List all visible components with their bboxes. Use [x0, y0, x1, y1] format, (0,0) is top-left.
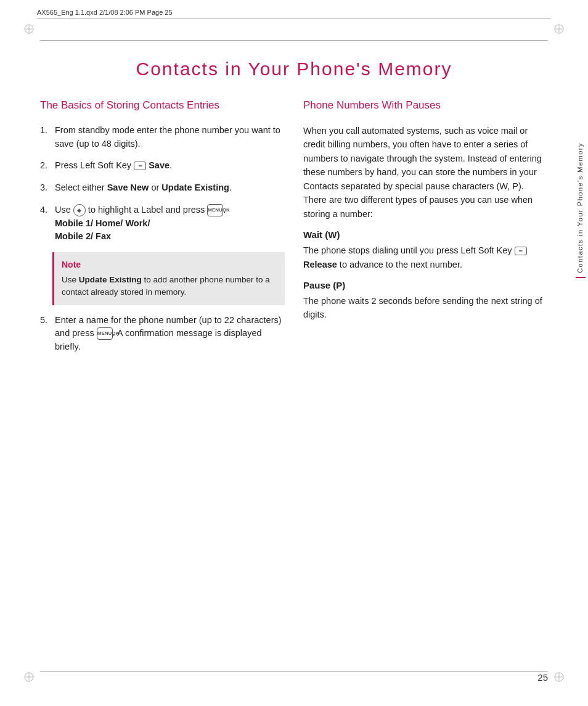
pause-text: The phone waits 2 seconds before sending… [303, 294, 548, 322]
reg-mark-tr [553, 23, 565, 35]
right-section-heading: Phone Numbers With Pauses [303, 98, 548, 113]
list-item: 1. From standby mode enter the phone num… [40, 124, 285, 151]
soft-key-icon: ━ [134, 162, 146, 170]
list-item: 3. Select either Save New or Update Exis… [40, 181, 285, 195]
wait-text: The phone stops dialing until you press … [303, 244, 548, 271]
steps-list: 1. From standby mode enter the phone num… [40, 124, 285, 354]
reg-mark-tl [23, 23, 35, 35]
list-item: 5. Enter a name for the phone number (up… [40, 314, 285, 354]
sidebar-tab-bar [576, 277, 586, 278]
reg-mark-bl [23, 671, 35, 683]
menu-ok-icon: MENUOK [207, 204, 223, 216]
divider-bottom [40, 671, 548, 672]
nav-icon: ◆ [73, 204, 86, 216]
note-box: Note Use Update Existing to add another … [52, 252, 285, 305]
wait-heading: Wait (W) [303, 229, 548, 240]
two-column-layout: The Basics of Storing Contacts Entries 1… [40, 98, 548, 363]
soft-key-icon-2: ━ [515, 247, 527, 255]
page-content: Contacts in Your Phone's Memory The Basi… [40, 40, 548, 666]
list-item: 4. Use ◆ to highlight a Label and press … [40, 203, 285, 244]
reg-mark-br [553, 671, 565, 683]
note-text: Use Update Existing to add another phone… [62, 275, 270, 297]
page-title: Contacts in Your Phone's Memory [40, 59, 548, 80]
menu-ok-icon-2: MENUOK [97, 327, 113, 340]
print-header-text: AX565_Eng 1.1.qxd 2/1/08 2:06 PM Page 25 [37, 9, 173, 16]
note-title: Note [62, 258, 277, 271]
right-intro-text: When you call automated systems, such as… [303, 124, 548, 221]
list-item: 2. Press Left Soft Key ━ Save. [40, 159, 285, 173]
sidebar-tab: Contacts in Your Phone's Memory [573, 142, 588, 278]
print-header: AX565_Eng 1.1.qxd 2/1/08 2:06 PM Page 25 [37, 9, 551, 19]
page-number: 25 [537, 672, 548, 683]
left-section-heading: The Basics of Storing Contacts Entries [40, 98, 285, 113]
note-box-item: Note Use Update Existing to add another … [40, 252, 285, 305]
pause-heading: Pause (P) [303, 280, 548, 290]
sidebar-tab-label: Contacts in Your Phone's Memory [576, 142, 584, 273]
left-column: The Basics of Storing Contacts Entries 1… [40, 98, 285, 363]
right-column: Phone Numbers With Pauses When you call … [303, 98, 548, 363]
